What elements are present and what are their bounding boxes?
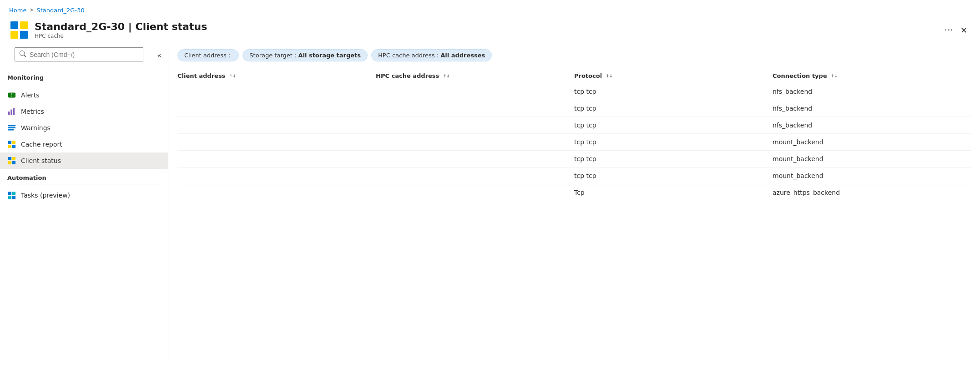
metrics-icon — [7, 107, 16, 116]
svg-rect-7 — [8, 112, 10, 115]
svg-rect-17 — [8, 157, 11, 160]
cell-client-address — [177, 83, 376, 100]
cache-report-icon — [7, 140, 16, 149]
col-header-connection-type[interactable]: Connection type ↑↓ — [773, 69, 971, 83]
app-icon — [9, 20, 29, 40]
table-header-row: Client address ↑↓ HPC cache address ↑↓ P… — [177, 69, 971, 83]
svg-text:!: ! — [11, 93, 13, 97]
search-wrapper — [7, 42, 151, 69]
automation-divider — [7, 184, 161, 184]
monitoring-divider — [7, 84, 161, 84]
cell-client-address — [177, 117, 376, 134]
title-row: Standard_2G-30 | Client status HPC cache… — [0, 16, 980, 42]
cell-hpc-cache-address — [376, 184, 574, 201]
more-options-button[interactable]: ··· — [941, 23, 957, 37]
cache-report-label: Cache report — [21, 141, 62, 148]
automation-section-label: Automation — [0, 169, 168, 184]
filter-storage-target-key: Storage target : — [249, 52, 296, 59]
table-row: tcp tcpmount_backend — [177, 151, 971, 168]
table-body: tcp tcpnfs_backendtcp tcpnfs_backendtcp … — [177, 83, 971, 201]
filter-storage-target-value: All storage targets — [298, 52, 361, 59]
sidebar-item-metrics[interactable]: Metrics — [0, 103, 168, 120]
page-subtitle: HPC cache — [35, 33, 937, 39]
cell-connection-type: azure_https_backend — [773, 184, 971, 201]
cell-protocol: tcp tcp — [574, 134, 773, 151]
cell-client-address — [177, 168, 376, 184]
sidebar-item-client-status[interactable]: Client status — [0, 152, 168, 169]
close-button[interactable]: ✕ — [957, 24, 971, 37]
table-row: tcp tcpmount_backend — [177, 168, 971, 184]
sidebar-item-alerts[interactable]: ! Alerts — [0, 87, 168, 103]
sidebar: « Monitoring ! Alerts Metrics — [0, 42, 168, 366]
svg-rect-4 — [20, 31, 28, 39]
tasks-icon — [7, 191, 16, 200]
sort-connection-type[interactable]: ↑↓ — [831, 74, 838, 78]
cell-connection-type: mount_backend — [773, 151, 971, 168]
svg-rect-1 — [10, 21, 18, 29]
search-box[interactable] — [15, 47, 143, 61]
search-row: « — [0, 42, 168, 69]
cell-client-address — [177, 184, 376, 201]
cell-protocol: Tcp — [574, 184, 773, 201]
cell-hpc-cache-address — [376, 100, 574, 117]
svg-rect-14 — [12, 141, 15, 144]
sort-client-address[interactable]: ↑↓ — [229, 74, 236, 78]
filter-client-address[interactable]: Client address : — [177, 49, 239, 61]
svg-rect-10 — [8, 125, 15, 127]
cell-protocol: tcp tcp — [574, 151, 773, 168]
top-bar: Home > Standard_2G-30 — [0, 0, 980, 16]
cell-connection-type: nfs_backend — [773, 83, 971, 100]
title-text: Standard_2G-30 | Client status HPC cache — [35, 21, 937, 39]
sidebar-item-tasks-preview[interactable]: Tasks (preview) — [0, 187, 168, 203]
cell-hpc-cache-address — [376, 168, 574, 184]
content-area: Client address : Storage target : All st… — [168, 42, 980, 366]
monitoring-section-label: Monitoring — [0, 69, 168, 84]
filter-storage-target[interactable]: Storage target : All storage targets — [242, 49, 368, 61]
client-status-label: Client status — [21, 157, 61, 164]
col-header-hpc-cache-address[interactable]: HPC cache address ↑↓ — [376, 69, 574, 83]
svg-rect-8 — [10, 110, 12, 115]
cell-protocol: tcp tcp — [574, 117, 773, 134]
svg-rect-12 — [8, 129, 14, 131]
alerts-icon: ! — [7, 91, 16, 100]
sort-protocol[interactable]: ↑↓ — [606, 74, 613, 78]
cell-hpc-cache-address — [376, 117, 574, 134]
sort-hpc-cache-address[interactable]: ↑↓ — [443, 74, 450, 78]
filter-bar: Client address : Storage target : All st… — [177, 49, 971, 61]
svg-rect-23 — [8, 196, 11, 199]
cell-protocol: tcp tcp — [574, 100, 773, 117]
filter-hpc-cache-address[interactable]: HPC cache address : All addresses — [371, 49, 492, 61]
svg-rect-22 — [12, 192, 15, 195]
breadcrumb-home[interactable]: Home — [9, 7, 26, 14]
cell-connection-type: mount_backend — [773, 168, 971, 184]
search-input[interactable] — [30, 51, 138, 58]
svg-rect-2 — [20, 21, 28, 29]
table-row: tcp tcpmount_backend — [177, 134, 971, 151]
sidebar-item-warnings[interactable]: Warnings — [0, 120, 168, 136]
col-header-protocol[interactable]: Protocol ↑↓ — [574, 69, 773, 83]
cell-connection-type: mount_backend — [773, 134, 971, 151]
metrics-label: Metrics — [21, 108, 44, 115]
table-row: tcp tcpnfs_backend — [177, 117, 971, 134]
table-row: Tcpazure_https_backend — [177, 184, 971, 201]
client-status-icon — [7, 156, 16, 165]
breadcrumb-separator: > — [29, 7, 34, 13]
col-header-client-address[interactable]: Client address ↑↓ — [177, 69, 376, 83]
cell-connection-type: nfs_backend — [773, 117, 971, 134]
cell-connection-type: nfs_backend — [773, 100, 971, 117]
breadcrumb-current[interactable]: Standard_2G-30 — [36, 7, 84, 14]
filter-client-address-key: Client address : — [184, 52, 230, 59]
svg-rect-13 — [8, 141, 11, 144]
svg-rect-9 — [13, 108, 15, 115]
cell-hpc-cache-address — [376, 83, 574, 100]
cell-client-address — [177, 100, 376, 117]
svg-rect-15 — [8, 145, 11, 148]
collapse-sidebar-button[interactable]: « — [154, 50, 164, 61]
svg-rect-16 — [12, 145, 15, 148]
page-title: Standard_2G-30 | Client status — [35, 21, 937, 33]
sidebar-item-cache-report[interactable]: Cache report — [0, 136, 168, 152]
tasks-preview-label: Tasks (preview) — [21, 192, 70, 199]
filter-hpc-cache-address-key: HPC cache address : — [378, 52, 439, 59]
svg-rect-21 — [8, 192, 11, 195]
svg-rect-3 — [10, 31, 18, 39]
